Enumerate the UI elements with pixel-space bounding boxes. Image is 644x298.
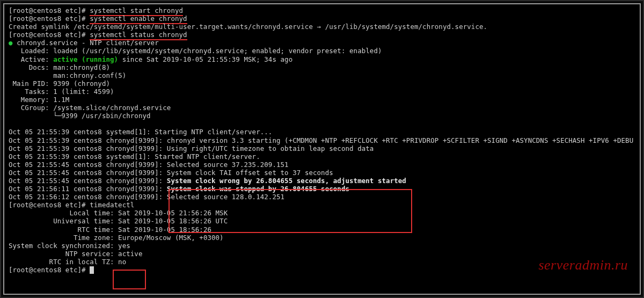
tdc-local-value: Sat 2019-10-05 21:56:26 MSK <box>114 209 228 217</box>
unit-name-line: chronyd.service - NTP client/server <box>17 39 159 47</box>
tdc-sync-label: System clock synchronized: <box>9 242 114 250</box>
tdc-tz-value: Europe/Moscow (MSK, +0300) <box>114 234 224 242</box>
symlink-output: Created symlink /etc/systemd/system/mult… <box>9 23 487 31</box>
status-active-value: active (running) <box>53 55 118 63</box>
status-active-prefix: Active: <box>21 55 53 63</box>
log-line-8-prefix: Oct 05 21:56:11 centos8 chronyd[9399]: <box>9 185 167 193</box>
status-docs-label: Docs: <box>29 63 49 71</box>
status-memory: Memory: 1.1M <box>21 96 70 104</box>
status-mainpid: Main PID: 9399 (chronyd) <box>13 79 110 88</box>
log-line-1: Oct 05 21:55:39 centos8 systemd[1]: Star… <box>9 128 272 136</box>
status-cgroup-child: └─9399 /usr/sbin/chronyd <box>53 112 150 120</box>
log-line-5-prefix: Oct 05 21:55:45 centos8 chronyd[9399]: <box>9 161 167 169</box>
tdc-sync-value: yes <box>114 242 130 250</box>
log-line-2: Oct 05 21:55:39 centos8 chronyd[9399]: c… <box>9 136 633 144</box>
tdc-rtclocal-label: RTC in local TZ: <box>9 258 114 266</box>
window-frame: [root@centos8 etc]# systemctl start chro… <box>0 0 644 298</box>
tdc-universal-label: Universal time: <box>9 217 114 225</box>
status-active-since: since Sat 2019-10-05 21:55:39 MSK; 34s a… <box>118 55 292 63</box>
prompt-line-2: [root@centos8 etc]# <box>9 14 90 23</box>
status-dot-icon: ● <box>9 39 13 47</box>
prompt-line-3: [root@centos8 etc]# <box>9 31 90 39</box>
log-line-3: Oct 05 21:55:39 centos8 chronyd[9399]: U… <box>9 144 374 152</box>
tdc-rtc-label: RTC time: <box>9 226 114 234</box>
log-line-7-prefix: Oct 05 21:55:45 centos8 chronyd[9399]: <box>9 177 167 185</box>
terminal-viewport[interactable]: [root@centos8 etc]# systemctl start chro… <box>3 3 641 295</box>
tdc-rtclocal-value: no <box>114 258 127 266</box>
status-tasks: Tasks: 1 (limit: 4599) <box>25 88 114 96</box>
log-line-9-prefix: Oct 05 21:56:12 centos8 chronyd[9399]: <box>9 193 167 201</box>
prompt-line-5: [root@centos8 etc]# <box>9 266 90 274</box>
tdc-ntp-value: active <box>114 250 143 258</box>
tdc-rtc-value: Sat 2019-10-05 18:56:26 <box>114 226 211 234</box>
terminal-output[interactable]: [root@centos8 etc]# systemctl start chro… <box>9 6 635 274</box>
log-line-6-prefix: Oct 05 21:55:45 centos8 chronyd[9399]: <box>9 169 167 177</box>
status-cgroup: CGroup: /system.slice/chronyd.service <box>21 104 171 112</box>
status-loaded-line: Loaded: loaded (/usr/lib/systemd/system/… <box>21 47 382 55</box>
status-docs-2: man:chrony.conf(5) <box>53 71 126 79</box>
status-docs-1: man:chronyd(8) <box>53 63 110 71</box>
prompt-line-4: [root@centos8 etc]# <box>9 201 90 209</box>
tdc-local-label: Local time: <box>9 209 114 217</box>
tdc-tz-label: Time zone: <box>9 234 114 242</box>
log-line-8-msg: System clock was stepped by 26.804655 se… <box>167 185 349 193</box>
log-line-5-msg: Selected source 37.235.209.151 <box>167 161 289 169</box>
tdc-universal-value: Sat 2019-10-05 18:56:26 UTC <box>114 217 228 225</box>
command-timedatectl: timedatectl <box>90 201 134 209</box>
cursor-icon <box>90 266 94 274</box>
log-line-4: Oct 05 21:55:39 centos8 systemd[1]: Star… <box>9 152 260 161</box>
tdc-ntp-label: NTP service: <box>9 250 114 258</box>
log-line-7-msg: System clock wrong by 26.804655 seconds,… <box>167 177 406 185</box>
log-line-6-msg: System clock TAI offset set to 37 second… <box>167 169 333 177</box>
log-line-9-msg: Selected source 128.0.142.251 <box>167 193 284 201</box>
prompt-line-1: [root@centos8 etc]# <box>9 6 90 14</box>
